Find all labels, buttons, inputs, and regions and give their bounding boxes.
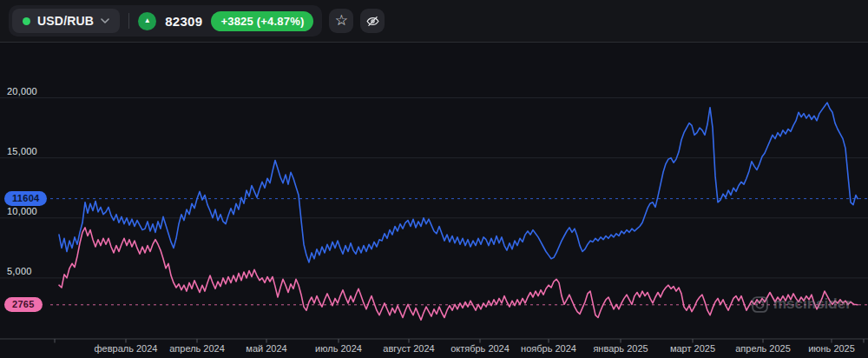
- y-axis-label: 15,000: [7, 146, 37, 156]
- chevron-down-icon: [101, 18, 109, 23]
- current-value-badge-blue: 11604: [4, 191, 47, 206]
- y-axis-label: 5,000: [7, 266, 32, 276]
- star-icon: ☆: [335, 13, 348, 28]
- symbol-group: USD/RUB ▲ 82309 +3825 (+4.87%): [9, 5, 322, 36]
- x-axis-label: июнь 2025: [784, 343, 868, 354]
- chart-header: USD/RUB ▲ 82309 +3825 (+4.87%) ☆: [0, 0, 868, 43]
- current-price: 82309: [165, 14, 202, 29]
- eye-off-icon: [365, 14, 380, 29]
- y-axis-label: 20,000: [7, 86, 37, 96]
- trend-up-icon: ▲: [138, 12, 156, 30]
- chart-canvas[interactable]: [0, 43, 868, 358]
- symbol-label: USD/RUB: [37, 14, 94, 28]
- y-axis-label: 10,000: [7, 206, 37, 216]
- symbol-selector[interactable]: USD/RUB: [12, 9, 120, 33]
- hide-chart-button[interactable]: [360, 9, 385, 33]
- divider: [128, 13, 129, 29]
- price-chart[interactable]: 20,00015,00010,0005,000116042765февраль …: [0, 43, 868, 358]
- favorite-button[interactable]: ☆: [329, 9, 353, 33]
- series-line-blue: [59, 103, 858, 262]
- current-value-badge-pink: 2765: [4, 297, 43, 312]
- trading-chart-widget: USD/RUB ▲ 82309 +3825 (+4.87%) ☆: [0, 0, 868, 358]
- change-badge: +3825 (+4.87%): [211, 11, 313, 31]
- status-dot-icon: [23, 17, 30, 25]
